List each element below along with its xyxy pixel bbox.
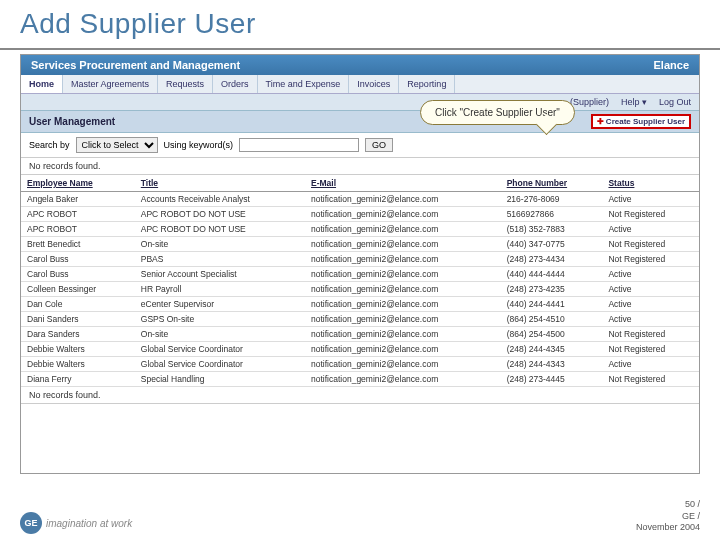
cell-phone: (248) 273-4235 [501, 282, 603, 297]
search-select[interactable]: Click to Select [76, 137, 158, 153]
cell-email: notification_gemini2@elance.com [305, 207, 501, 222]
cell-title: Special Handling [135, 372, 305, 387]
cell-phone: (864) 254-4510 [501, 312, 603, 327]
table-row[interactable]: Debbie WaltersGlobal Service Coordinator… [21, 357, 699, 372]
cell-email: notification_gemini2@elance.com [305, 237, 501, 252]
table-row[interactable]: Dani SandersGSPS On-sitenotification_gem… [21, 312, 699, 327]
cell-phone: (440) 244-4441 [501, 297, 603, 312]
go-button[interactable]: GO [365, 138, 393, 152]
page-number: 50 / [636, 499, 700, 511]
tab-orders[interactable]: Orders [213, 75, 258, 93]
cell-title: Accounts Receivable Analyst [135, 192, 305, 207]
cell-status: Active [602, 192, 699, 207]
org-label: GE / [636, 511, 700, 523]
create-supplier-user-button[interactable]: ✚ Create Supplier User [591, 114, 691, 129]
table-row[interactable]: Carol BussPBASnotification_gemini2@elanc… [21, 252, 699, 267]
cell-phone: (440) 347-0775 [501, 237, 603, 252]
cell-status: Active [602, 267, 699, 282]
column-header[interactable]: Phone Number [501, 175, 603, 192]
cell-status: Active [602, 297, 699, 312]
search-label: Search by [29, 140, 70, 150]
search-input[interactable] [239, 138, 359, 152]
cell-name: Brett Benedict [21, 237, 135, 252]
table-row[interactable]: Dan ColeeCenter Supervisornotification_g… [21, 297, 699, 312]
search-row: Search by Click to Select Using keyword(… [21, 133, 699, 158]
cell-phone: 5166927866 [501, 207, 603, 222]
cell-title: Senior Account Specialist [135, 267, 305, 282]
cell-name: Dan Cole [21, 297, 135, 312]
cell-email: notification_gemini2@elance.com [305, 372, 501, 387]
table-row[interactable]: APC ROBOTAPC ROBOT DO NOT USEnotificatio… [21, 207, 699, 222]
cell-email: notification_gemini2@elance.com [305, 222, 501, 237]
table-row[interactable]: Debbie WaltersGlobal Service Coordinator… [21, 342, 699, 357]
cell-name: Debbie Walters [21, 342, 135, 357]
tab-reporting[interactable]: Reporting [399, 75, 455, 93]
nav-bar: Home Master Agreements Requests Orders T… [21, 75, 699, 94]
cell-phone: (248) 273-4445 [501, 372, 603, 387]
cell-name: Dani Sanders [21, 312, 135, 327]
footer: GE imagination at work 50 / GE / Novembe… [20, 499, 700, 534]
date-label: November 2004 [636, 522, 700, 534]
table-row[interactable]: Brett BenedictOn-sitenotification_gemini… [21, 237, 699, 252]
slide-title: Add Supplier User [0, 0, 720, 50]
plus-icon: ✚ [597, 117, 604, 126]
table-row[interactable]: Carol BussSenior Account Specialistnotif… [21, 267, 699, 282]
logout-link[interactable]: Log Out [659, 97, 691, 107]
cell-status: Not Registered [602, 342, 699, 357]
tab-time-expense[interactable]: Time and Expense [258, 75, 350, 93]
cell-name: Angela Baker [21, 192, 135, 207]
cell-title: Global Service Coordinator [135, 357, 305, 372]
cell-name: Diana Ferry [21, 372, 135, 387]
tab-home[interactable]: Home [21, 75, 63, 93]
column-header[interactable]: E-Mail [305, 175, 501, 192]
cell-phone: (248) 273-4434 [501, 252, 603, 267]
cell-name: Carol Buss [21, 267, 135, 282]
cell-status: Active [602, 312, 699, 327]
cell-email: notification_gemini2@elance.com [305, 312, 501, 327]
tab-invoices[interactable]: Invoices [349, 75, 399, 93]
app-header: Services Procurement and Management Elan… [21, 55, 699, 75]
keywords-label: Using keyword(s) [164, 140, 234, 150]
tab-master-agreements[interactable]: Master Agreements [63, 75, 158, 93]
column-header[interactable]: Employee Name [21, 175, 135, 192]
table-row[interactable]: Dara SandersOn-sitenotification_gemini2@… [21, 327, 699, 342]
no-records-bottom: No records found. [21, 387, 699, 404]
no-records-top: No records found. [21, 158, 699, 175]
column-header[interactable]: Status [602, 175, 699, 192]
role-label: (Supplier) [570, 97, 609, 107]
help-link[interactable]: Help ▾ [621, 97, 647, 107]
cell-status: Not Registered [602, 327, 699, 342]
callout-bubble: Click "Create Supplier User" [420, 100, 575, 125]
cell-phone: (440) 444-4444 [501, 267, 603, 282]
cell-status: Not Registered [602, 372, 699, 387]
cell-title: Global Service Coordinator [135, 342, 305, 357]
sub-bar: (Supplier) Help ▾ Log Out [21, 94, 699, 111]
cell-phone: (248) 244-4345 [501, 342, 603, 357]
cell-email: notification_gemini2@elance.com [305, 282, 501, 297]
cell-phone: (864) 254-4500 [501, 327, 603, 342]
ge-logo-icon: GE [20, 512, 42, 534]
cell-title: HR Payroll [135, 282, 305, 297]
cell-status: Not Registered [602, 207, 699, 222]
cell-title: On-site [135, 237, 305, 252]
cell-name: APC ROBOT [21, 222, 135, 237]
tab-requests[interactable]: Requests [158, 75, 213, 93]
cell-status: Active [602, 357, 699, 372]
cell-status: Not Registered [602, 252, 699, 267]
cell-email: notification_gemini2@elance.com [305, 357, 501, 372]
app-window: Services Procurement and Management Elan… [20, 54, 700, 474]
table-row[interactable]: Colleen BessingerHR Payrollnotification_… [21, 282, 699, 297]
cell-phone: 216-276-8069 [501, 192, 603, 207]
cell-email: notification_gemini2@elance.com [305, 327, 501, 342]
cell-status: Not Registered [602, 237, 699, 252]
cell-name: Dara Sanders [21, 327, 135, 342]
table-row[interactable]: Angela BakerAccounts Receivable Analystn… [21, 192, 699, 207]
table-row[interactable]: APC ROBOTAPC ROBOT DO NOT USEnotificatio… [21, 222, 699, 237]
cell-email: notification_gemini2@elance.com [305, 192, 501, 207]
cell-phone: (518) 352-7883 [501, 222, 603, 237]
column-header[interactable]: Title [135, 175, 305, 192]
section-header: User Management ✚ Create Supplier User [21, 111, 699, 133]
cell-title: PBAS [135, 252, 305, 267]
table-row[interactable]: Diana FerrySpecial Handlingnotification_… [21, 372, 699, 387]
cell-phone: (248) 244-4343 [501, 357, 603, 372]
